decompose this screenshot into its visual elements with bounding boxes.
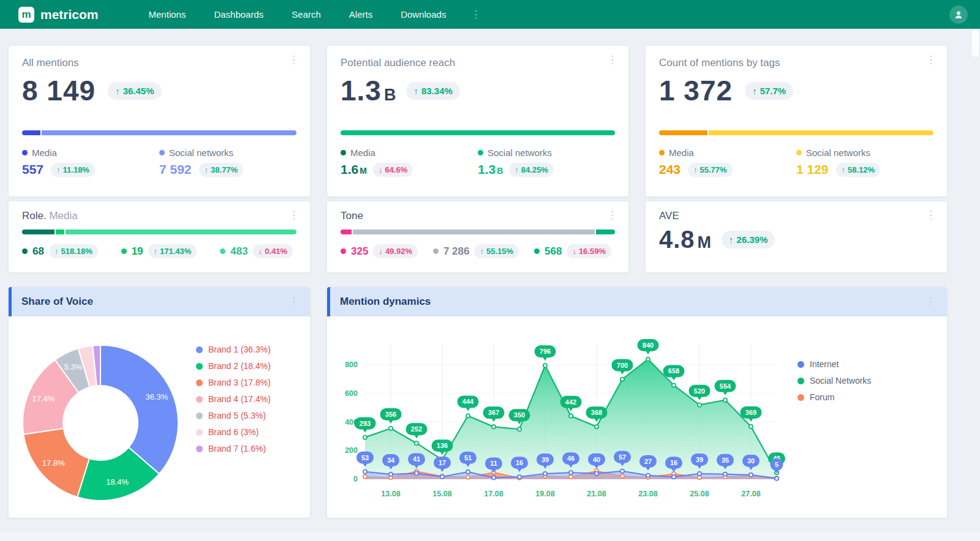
legend-item-brand-1: Brand 1 (36.3%) (196, 345, 271, 354)
internet-value-label-text: 17 (439, 459, 446, 466)
internet-value-label-text: 41 (413, 455, 420, 463)
bar-segment (66, 229, 296, 234)
trend-arrow-icon: ↑ (55, 247, 59, 256)
panel-header: Share of Voice ⋮ (9, 287, 310, 316)
stat: 19 ↑171.43% (121, 244, 197, 258)
brand-name: metricom (40, 7, 99, 22)
internet-value-label-text: 39 (696, 456, 703, 463)
mention-dynamics-body: 020040060080013.0815.0817.0819.0821.0823… (327, 316, 947, 516)
card-menu-icon[interactable]: ⋮ (922, 53, 940, 66)
stats: 325 ↓49.92% 7 286 ↑55.15% 568 ↓16.59% (341, 244, 615, 258)
card-title-main: Tone (341, 210, 363, 222)
nav-item-downloads[interactable]: Downloads (401, 9, 446, 20)
stat-label: Social networks (488, 147, 552, 158)
stat-value: 7 286 (443, 245, 470, 258)
nav-item-alerts[interactable]: Alerts (349, 9, 372, 20)
nav-item-dashboards[interactable]: Dashboards (214, 9, 263, 20)
legend-dot (659, 150, 665, 155)
stat-number: 1 129 (796, 162, 829, 176)
trend-badge: ↓49.92% (373, 244, 418, 258)
y-tick-label: 800 (345, 360, 358, 369)
card-menu-icon[interactable]: ⋮ (922, 209, 940, 222)
panel-menu-icon[interactable]: ⋮ (922, 296, 940, 308)
stat-value-row: 7 592 ↑38.77% (159, 162, 296, 177)
internet-value-label-text: 11 (490, 460, 497, 467)
vertical-scrollbar-thumb[interactable] (972, 30, 979, 57)
internet-value-label-text: 27 (644, 458, 652, 465)
share-of-voice-donut-chart: 36.3%18.4%17.8%17.4%5.3% (17, 340, 184, 506)
stat-label-row: Media (22, 147, 159, 158)
x-tick-label: 21.08 (587, 490, 606, 498)
nav-menu: Mentions Dashboards Search Alerts Downlo… (149, 9, 447, 20)
social-value-label-text: 796 (540, 348, 551, 355)
x-tick-label: 25.08 (690, 490, 709, 498)
y-tick-label: 200 (345, 446, 358, 455)
stat-label-row: Social networks (159, 147, 296, 158)
legend-dot (159, 150, 165, 155)
trend-percent: 36.45% (123, 86, 154, 96)
card-title-sub: Media (47, 210, 78, 222)
nav-more-icon[interactable]: ⋮ (467, 7, 484, 21)
donut-slice-brand-1 (100, 345, 178, 474)
x-tick-label: 19.08 (535, 490, 554, 498)
bar-segment (709, 130, 933, 135)
user-avatar[interactable] (949, 6, 968, 24)
donut-slice-label: 5.3% (64, 362, 83, 371)
x-tick-label: 13.08 (381, 490, 400, 498)
charts-row: Share of Voice ⋮ 36.3%18.4%17.8%17.4%5.3… (9, 287, 947, 518)
stat-label: Social networks (169, 147, 233, 158)
social-networks-point (569, 414, 573, 418)
stat-value: 19 (132, 245, 143, 258)
legend-item-internet: Internet (797, 359, 871, 369)
stat-unit: B (497, 166, 503, 176)
legend-dot (196, 379, 203, 386)
stat-value-row: 1 129 ↑58.12% (796, 162, 933, 177)
trend-arrow-icon: ↑ (154, 247, 158, 256)
internet-point (723, 472, 727, 476)
trend-arrow-icon: ↑ (115, 86, 120, 96)
stat: 568 ↓16.59% (534, 244, 611, 258)
social-networks-point (698, 403, 701, 407)
legend-item-social-networks: Social Networks (797, 376, 871, 386)
legend-label: Brand 2 (18.4%) (208, 361, 271, 371)
trend-percent: 0.41% (265, 247, 287, 256)
stat-value: 1 129 (796, 162, 830, 177)
social-value-label-text: 367 (488, 409, 499, 416)
legend-dot (196, 363, 203, 370)
internet-value-label-text: 57 (619, 453, 626, 461)
stat-label: Social networks (806, 147, 870, 158)
trend-badge: ↑171.43% (148, 244, 197, 258)
social-networks-point (518, 427, 521, 431)
social-networks-point (723, 398, 727, 402)
horizontal-scrollbar-track[interactable] (0, 532, 980, 541)
trend-percent: 26.39% (737, 234, 768, 245)
nav-item-mentions[interactable]: Mentions (149, 9, 186, 20)
internet-value-label-text: 30 (747, 457, 755, 465)
metric-number: 1 372 (659, 75, 733, 106)
nav-item-search[interactable]: Search (292, 9, 321, 20)
stat-media: Media 1.6M ↓64.6% (341, 147, 478, 177)
internet-point (492, 476, 496, 479)
legend-dot (797, 378, 804, 384)
trend-arrow-icon: ↓ (572, 247, 576, 256)
card-menu-icon[interactable]: ⋮ (285, 53, 303, 66)
y-tick-label: 0 (353, 475, 358, 483)
internet-value-label-text: 51 (464, 454, 472, 461)
legend-item-brand-3: Brand 3 (17.8%) (196, 378, 271, 387)
card-menu-icon[interactable]: ⋮ (285, 209, 303, 222)
trend-badge: ↑55.77% (688, 163, 733, 177)
metric-number: 1.3 (341, 75, 382, 106)
social-value-label-text: 356 (385, 411, 396, 418)
panel-menu-icon[interactable]: ⋮ (285, 296, 303, 308)
x-tick-label: 15.08 (432, 490, 451, 498)
legend-item-brand-5: Brand 5 (5.3%) (196, 411, 271, 420)
brand[interactable]: m metricom (18, 7, 99, 23)
stat-media: Media 243 ↑55.77% (659, 147, 796, 177)
internet-point (518, 475, 521, 479)
trend-percent: 38.77% (211, 165, 238, 174)
card-menu-icon[interactable]: ⋮ (603, 209, 621, 222)
internet-value-label-text: 34 (387, 457, 395, 464)
trend-badge: ↑84.25% (509, 163, 554, 177)
card-menu-icon[interactable]: ⋮ (603, 53, 621, 66)
legend-dot (196, 412, 203, 419)
